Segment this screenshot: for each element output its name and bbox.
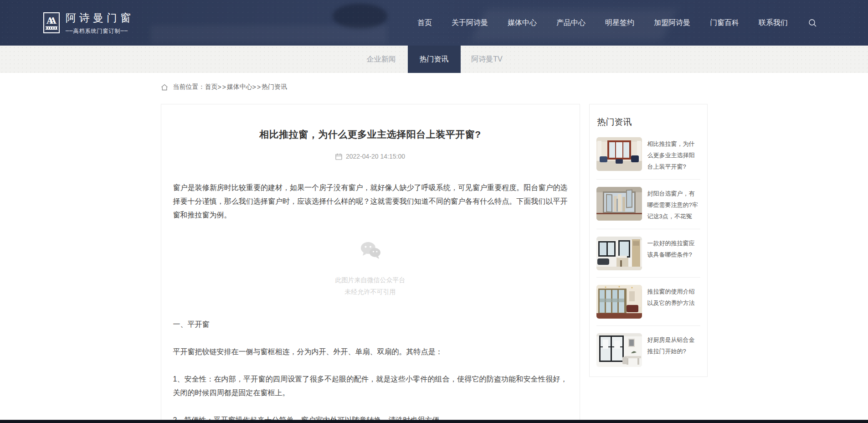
calendar-icon xyxy=(335,153,342,160)
main-content: 相比推拉窗，为什么更多业主选择阳台上装平开窗? 2022-04-20 14:15… xyxy=(161,104,708,423)
tab-hot-news[interactable]: 热门资讯 xyxy=(408,46,461,73)
article-thumbnail-baywindow xyxy=(596,137,642,171)
list-item-title: 好厨房是从铝合金推拉门开始的? xyxy=(647,333,700,357)
article-thumbnail-interior xyxy=(596,237,642,270)
article-thumbnail-slidingwindow xyxy=(596,285,642,319)
main-nav: 首页 关于阿诗曼 媒体中心 产品中心 明星签约 加盟阿诗曼 门窗百科 联系我们 xyxy=(417,18,817,28)
logo-monogram: AA xyxy=(46,16,56,25)
list-item[interactable]: 好厨房是从铝合金推拉门开始的? xyxy=(596,326,700,374)
nav-item-celebrity[interactable]: 明星签约 xyxy=(605,18,634,28)
article-section-heading: 一、平开窗 xyxy=(173,318,568,331)
placeholder-line2: 未经允许不可引用 xyxy=(173,286,568,298)
window-bottom-edge xyxy=(0,420,868,423)
tab-company-news[interactable]: 企业新闻 xyxy=(355,46,408,73)
home-icon[interactable] xyxy=(161,84,168,91)
logo-text: 阿诗曼门窗 ──高档系统门窗订制── xyxy=(66,11,134,35)
breadcrumb: 当前位置： 首页 >> 媒体中心 >> 热门资讯 xyxy=(161,83,708,91)
hot-news-sidebar: 热门资讯 相比推拉窗，为什么更多业主选择阳台上装 xyxy=(589,104,708,377)
list-item-title: 封阳台选窗户，有哪些需要注意的?牢记这3点，不花冤 xyxy=(647,187,700,222)
site-header: AA 阿诗曼门窗 ──高档系统门窗订制── 首页 关于阿诗曼 媒体中心 产品中心… xyxy=(0,0,868,46)
nav-item-join[interactable]: 加盟阿诗曼 xyxy=(654,18,690,28)
logo-subtitle: ──高档系统门窗订制── xyxy=(66,27,134,35)
list-item-title: 相比推拉窗，为什么更多业主选择阳台上装平开窗? xyxy=(647,137,700,172)
breadcrumb-home[interactable]: 首页 xyxy=(205,83,218,91)
header-photo-shape xyxy=(150,25,387,43)
article-body: 窗户是装修新房时比较重要的建材，如果一个房子没有窗户，就好像人缺少了呼吸系统，可… xyxy=(173,181,568,423)
logo-strip xyxy=(46,26,57,30)
tab-tv[interactable]: 阿诗曼TV xyxy=(461,46,514,73)
article-thumbnail-cityview xyxy=(596,187,642,221)
breadcrumb-separator: >> xyxy=(218,83,227,91)
nav-item-products[interactable]: 产品中心 xyxy=(556,18,586,28)
article-thumbnail-slidingdoor xyxy=(596,333,642,367)
breadcrumb-separator: >> xyxy=(252,83,262,91)
search-icon[interactable] xyxy=(808,19,817,27)
nav-item-about[interactable]: 关于阿诗曼 xyxy=(452,18,488,28)
list-item-title: 推拉窗的使用介绍以及它的养护方法 xyxy=(647,285,700,309)
nav-item-home[interactable]: 首页 xyxy=(417,18,432,28)
nav-item-contact[interactable]: 联系我们 xyxy=(759,18,788,28)
placeholder-line1: 此图片来自微信公众平台 xyxy=(173,274,568,286)
list-item[interactable]: 推拉窗的使用介绍以及它的养护方法 xyxy=(596,278,700,326)
logo-icon: AA xyxy=(43,12,60,33)
sidebar-title: 热门资讯 xyxy=(597,116,700,128)
section-tabbar: 企业新闻 热门资讯 阿诗曼TV xyxy=(0,46,868,73)
breadcrumb-hot-news[interactable]: 热门资讯 xyxy=(262,83,287,91)
article-date: 2022-04-20 14:15:00 xyxy=(346,153,405,160)
site-logo[interactable]: AA 阿诗曼门窗 ──高档系统门窗订制── xyxy=(43,11,134,35)
breadcrumb-prefix: 当前位置： xyxy=(173,83,205,91)
nav-item-media[interactable]: 媒体中心 xyxy=(508,18,537,28)
list-item[interactable]: 相比推拉窗，为什么更多业主选择阳台上装平开窗? xyxy=(596,130,700,180)
wechat-icon xyxy=(360,241,381,264)
wechat-image-placeholder: 此图片来自微信公众平台 未经允许不可引用 xyxy=(173,241,568,298)
breadcrumb-media[interactable]: 媒体中心 xyxy=(227,83,252,91)
list-item[interactable]: 封阳台选窗户，有哪些需要注意的?牢记这3点，不花冤 xyxy=(596,180,700,229)
list-item[interactable]: 一款好的推拉窗应该具备哪些条件? xyxy=(596,229,700,278)
article-title: 相比推拉窗，为什么更多业主选择阳台上装平开窗? xyxy=(173,128,568,141)
article-paragraph: 窗户是装修新房时比较重要的建材，如果一个房子没有窗户，就好像人缺少了呼吸系统，可… xyxy=(173,181,568,222)
article-paragraph: 1、安全性：在内部，平开窗的四周设置了很多不起眼的配件，就是这些小零件的组合，使… xyxy=(173,372,568,400)
article-paragraph: 平开窗把铰链安排在一侧与窗框相连，分为内开、外开、单扇、双扇的。其特点是： xyxy=(173,345,568,359)
logo-title: 阿诗曼门窗 xyxy=(66,11,134,25)
nav-item-wiki[interactable]: 门窗百科 xyxy=(710,18,739,28)
list-item-title: 一款好的推拉窗应该具备哪些条件? xyxy=(647,237,700,260)
article-card: 相比推拉窗，为什么更多业主选择阳台上装平开窗? 2022-04-20 14:15… xyxy=(161,104,580,423)
article-date-row: 2022-04-20 14:15:00 xyxy=(173,153,568,160)
